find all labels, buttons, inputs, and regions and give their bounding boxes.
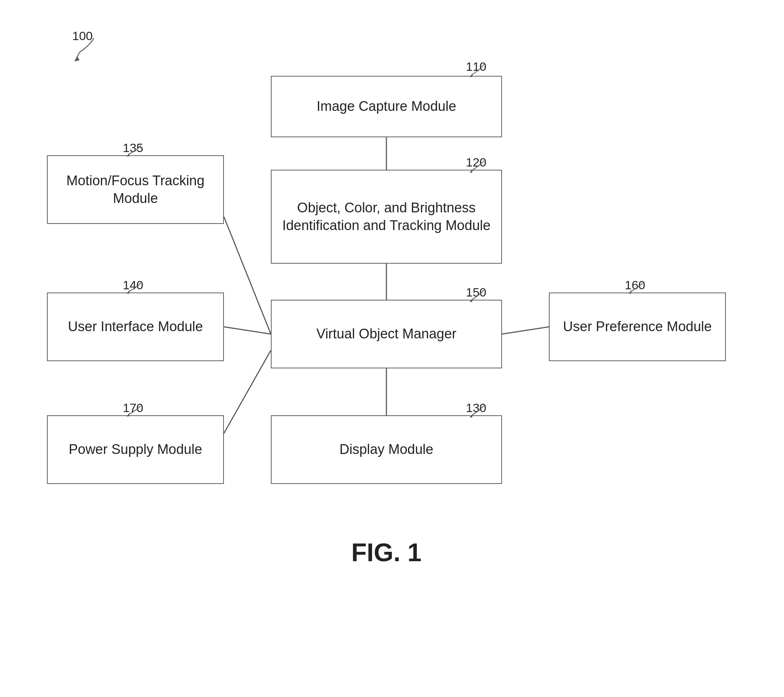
ref-120-arrow [464, 157, 493, 177]
ref-110-arrow [464, 61, 493, 82]
ref-140-arrow [121, 279, 150, 297]
svg-line-4 [224, 327, 271, 334]
user-interface-label: User Interface Module [68, 318, 203, 336]
image-capture-module-box: Image Capture Module [271, 76, 502, 137]
display-module-label: Display Module [339, 441, 433, 458]
user-interface-module-box: User Interface Module [47, 293, 224, 361]
image-capture-label: Image Capture Module [317, 97, 456, 115]
svg-line-6 [502, 327, 549, 334]
ref-130-arrow [464, 402, 493, 422]
svg-marker-14 [127, 413, 130, 416]
svg-marker-15 [628, 290, 632, 293]
figure-label: FIG. 1 [296, 538, 477, 567]
display-module-box: Display Module [271, 415, 502, 484]
svg-marker-11 [469, 414, 473, 417]
svg-line-3 [224, 217, 271, 334]
user-preference-module-box: User Preference Module [549, 293, 726, 361]
power-supply-label: Power Supply Module [69, 441, 202, 458]
ref-170-arrow [121, 402, 150, 420]
svg-marker-8 [469, 73, 473, 77]
svg-marker-12 [127, 153, 130, 157]
object-color-module-box: Object, Color, and Brightness Identifica… [271, 170, 502, 264]
ref-150-arrow [464, 287, 493, 306]
svg-line-5 [224, 350, 271, 433]
svg-marker-13 [127, 290, 130, 293]
ref-100-arrow [61, 31, 105, 67]
ref-160-arrow [623, 279, 652, 297]
motion-focus-module-box: Motion/Focus Tracking Module [47, 155, 224, 224]
object-color-label: Object, Color, and Brightness Identifica… [279, 199, 494, 235]
svg-marker-10 [469, 298, 473, 302]
user-preference-label: User Preference Module [563, 318, 712, 336]
motion-focus-label: Motion/Focus Tracking Module [55, 172, 216, 208]
virtual-object-manager-box: Virtual Object Manager [271, 300, 502, 368]
diagram: 100 Image Capture Module 110 Object, Col… [0, 0, 784, 697]
svg-marker-9 [469, 169, 473, 173]
ref-135-arrow [121, 142, 150, 160]
virtual-object-manager-label: Virtual Object Manager [316, 325, 456, 343]
power-supply-module-box: Power Supply Module [47, 415, 224, 484]
